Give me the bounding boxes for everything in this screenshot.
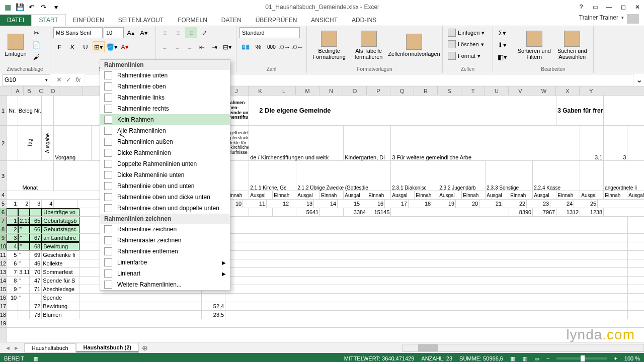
view-layout-icon[interactable]: ▥ [522, 355, 527, 362]
row-header[interactable]: 13 [0, 268, 6, 277]
border-menu-item[interactable]: Rahmenlinie oben und doppelte unten [100, 203, 230, 214]
insert-cells-button[interactable]: Einfügen ▾ [446, 27, 490, 38]
row-header[interactable]: 8 [0, 225, 6, 234]
column-header[interactable]: U [485, 86, 509, 95]
number-format-select[interactable] [239, 27, 300, 38]
format-cells-button[interactable]: Format ▾ [446, 50, 490, 61]
shrink-font-icon[interactable]: A▾ [138, 27, 150, 38]
zoom-level[interactable]: 100 % [624, 355, 640, 361]
row-header[interactable]: 4 [0, 191, 6, 200]
tab-formulas[interactable]: FORMELN [171, 15, 214, 26]
sheet-tab-2[interactable]: Haushaltsbuch (2) [76, 343, 139, 352]
row-header[interactable]: 1 [0, 96, 6, 126]
cell-styles-button[interactable]: Zellenformatvorlagen [389, 27, 439, 63]
fill-color-button[interactable]: 🪣▾ [106, 41, 118, 52]
close-icon[interactable]: ✕ [633, 4, 642, 11]
row-header[interactable]: 12 [0, 259, 6, 268]
clear-icon[interactable]: ◧▾ [496, 51, 508, 62]
border-menu-item[interactable]: Dicke Rahmenlinie unten [100, 169, 230, 180]
sheet-nav[interactable]: ◄► [0, 345, 24, 351]
help-icon[interactable]: ? [577, 4, 586, 11]
view-break-icon[interactable]: ▭ [534, 355, 539, 362]
row-header[interactable]: 3 [0, 161, 6, 191]
border-menu-item[interactable]: Rahmenlinie zeichnen [100, 224, 230, 235]
row-header[interactable]: 5 [0, 200, 6, 208]
indent-dec-icon[interactable]: ⇤ [196, 41, 208, 52]
horizontal-scrollbar[interactable] [403, 344, 644, 352]
comma-icon[interactable]: 000 [266, 41, 278, 52]
align-center-icon[interactable]: ≡ [172, 41, 183, 52]
border-menu-item[interactable]: Rahmenlinie oben und dicke unten [100, 192, 230, 203]
merge-icon[interactable]: ⊟▾ [221, 41, 233, 52]
border-menu-item[interactable]: Dicke Rahmenlinien [100, 147, 230, 158]
row-header[interactable]: 19 [0, 319, 6, 328]
zoom-thumb[interactable] [581, 355, 585, 361]
inc-decimal-icon[interactable]: .0→ [278, 41, 290, 52]
column-header[interactable]: K [249, 86, 272, 95]
zoom-out-icon[interactable]: − [546, 355, 549, 361]
row-header[interactable]: 16 [0, 294, 6, 302]
align-left-icon[interactable]: ≡ [159, 41, 171, 52]
align-bottom-icon[interactable]: ≡ [185, 27, 197, 38]
find-select-button[interactable]: Suchen und Auswählen [554, 27, 591, 63]
border-menu-item[interactable]: Linienart▶ [100, 268, 230, 279]
column-header[interactable]: O [343, 86, 367, 95]
currency-icon[interactable]: 💶 [239, 41, 252, 52]
name-box[interactable]: G10▾ [2, 74, 50, 85]
row-header[interactable]: 14 [0, 277, 6, 285]
row-header[interactable]: 17 [0, 302, 6, 311]
cut-icon[interactable]: ✂ [30, 27, 42, 38]
fill-icon[interactable]: ⬇▾ [496, 39, 508, 50]
select-all-corner[interactable] [0, 86, 12, 95]
maximize-icon[interactable]: ◻ [619, 4, 628, 11]
tab-file[interactable]: DATEI [0, 15, 31, 26]
border-menu-item[interactable]: Rahmenlinie oben [100, 81, 230, 92]
align-right-icon[interactable]: ≡ [184, 41, 196, 52]
table-format-button[interactable]: Als Tabelle formatieren [350, 27, 387, 63]
border-menu-item[interactable]: Rahmenlinie links [100, 92, 230, 103]
tab-layout[interactable]: SEITENLAYOUT [111, 15, 171, 26]
copy-icon[interactable]: 📄 [30, 39, 42, 50]
column-header[interactable]: Y [580, 86, 603, 95]
row-header[interactable]: 9 [0, 234, 6, 242]
column-header[interactable]: A [12, 86, 24, 95]
border-menu-item[interactable]: Rahmenraster zeichnen [100, 235, 230, 246]
tab-review[interactable]: ÜBERPRÜFEN [249, 15, 304, 26]
borders-button[interactable]: ⊞▾ [93, 41, 105, 52]
border-menu-item[interactable]: Rahmenlinie oben und unten [100, 180, 230, 192]
zoom-in-icon[interactable]: + [614, 355, 617, 361]
column-header[interactable]: N [319, 86, 343, 95]
column-header[interactable]: S [438, 86, 461, 95]
orientation-icon[interactable]: ⤢ [198, 27, 210, 38]
minimize-icon[interactable]: — [605, 4, 614, 11]
add-sheet-button[interactable]: ⊕ [139, 344, 151, 352]
qat-custom-icon[interactable]: ▾ [50, 2, 61, 13]
expand-formula-icon[interactable]: ⌄ [634, 75, 644, 84]
border-menu-item[interactable]: Weitere Rahmenlinien... [100, 279, 230, 290]
column-header[interactable]: P [367, 86, 390, 95]
row-header[interactable]: 18 [0, 311, 6, 319]
row-header[interactable]: 6 [0, 208, 6, 217]
cond-format-button[interactable]: Bedingte Formatierung [310, 27, 348, 63]
column-header[interactable]: V [509, 86, 532, 95]
redo-icon[interactable]: ↷ [38, 2, 49, 13]
tab-insert[interactable]: EINFÜGEN [66, 15, 111, 26]
align-top-icon[interactable]: ≡ [159, 27, 171, 38]
column-header[interactable]: B [24, 86, 35, 95]
column-header[interactable]: M [296, 86, 319, 95]
row-header[interactable]: 10 [0, 242, 6, 251]
format-painter-icon[interactable]: 🖌 [30, 51, 42, 62]
border-menu-item[interactable]: Doppelte Rahmenlinien unten [100, 158, 230, 169]
scroll-thumb[interactable] [418, 344, 438, 351]
align-middle-icon[interactable]: ≡ [172, 27, 184, 38]
ribbon-options-icon[interactable]: ▭ [591, 4, 600, 11]
paste-button[interactable]: Einfügen [3, 27, 28, 63]
tab-addins[interactable]: ADD-INS [345, 15, 383, 26]
column-header[interactable]: T [461, 86, 485, 95]
accept-formula-icon[interactable]: ✓ [66, 76, 71, 83]
column-header[interactable]: R [414, 86, 438, 95]
font-color-button[interactable]: A▾ [119, 41, 131, 52]
zoom-slider[interactable] [556, 357, 607, 359]
cancel-formula-icon[interactable]: ✕ [56, 76, 62, 83]
border-menu-item[interactable]: Linienfarbe▶ [100, 257, 230, 268]
